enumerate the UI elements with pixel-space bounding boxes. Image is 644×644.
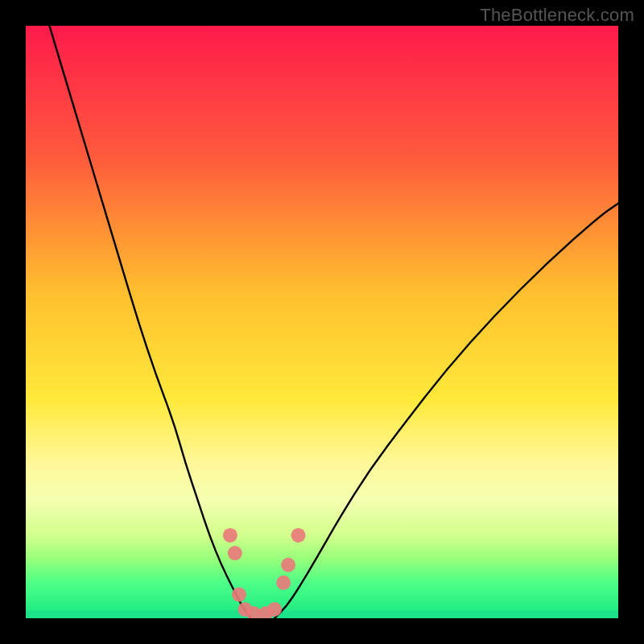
gradient-background	[26, 26, 618, 618]
optimum-dot	[267, 602, 282, 617]
optimum-dot	[232, 588, 246, 602]
optimum-dot	[228, 546, 242, 560]
optimum-dot	[291, 528, 306, 543]
optimum-dot	[276, 576, 291, 590]
optimum-dot	[281, 558, 295, 572]
plot-area	[26, 26, 618, 618]
chart-frame: TheBottleneck.com	[0, 0, 644, 644]
baseline-band	[26, 610, 618, 618]
optimum-dot	[223, 528, 237, 543]
bottleneck-chart	[26, 26, 618, 618]
watermark-text: TheBottleneck.com	[480, 5, 634, 26]
